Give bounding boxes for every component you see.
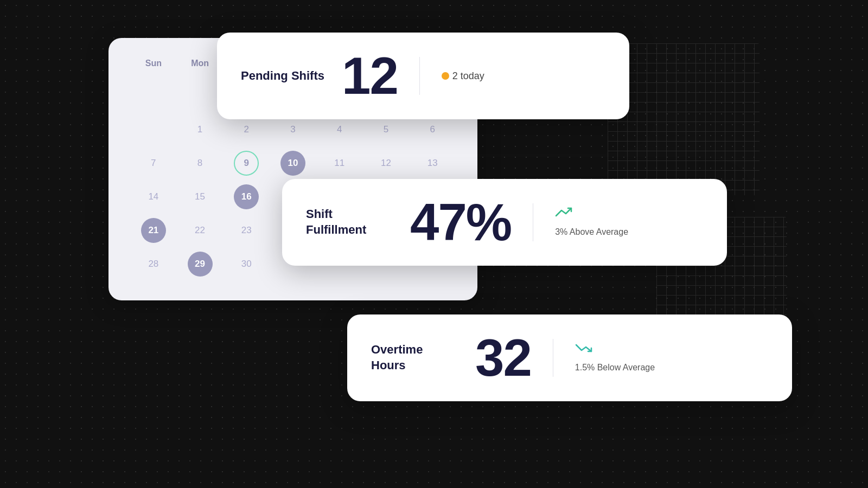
orange-dot-icon: [442, 72, 449, 80]
overtime-trend-label: 1.5% Below Average: [575, 362, 655, 374]
fulfillment-value: 47%: [410, 196, 511, 248]
cal-13: 13: [409, 149, 456, 178]
main-scene: Sun Mon Tue Wed Thu Fri Sat 1 2 3 4 5 6: [108, 22, 760, 466]
trend-down-icon: [575, 342, 592, 358]
cal-23: 23: [223, 216, 270, 245]
cal-15: 15: [177, 182, 224, 211]
overtime-value: 32: [475, 332, 531, 384]
cal-9-today: 9: [234, 151, 259, 176]
shift-fulfillment-card: Shift Fulfillment 47% 3% Above Average: [282, 179, 727, 266]
pending-shifts-value: 12: [342, 50, 398, 102]
cal-empty: [130, 115, 177, 144]
pending-today-label: 2 today: [452, 70, 484, 82]
fulfillment-trend-label: 3% Above Average: [555, 226, 628, 238]
overtime-label: Overtime Hours: [371, 342, 458, 373]
cal-6: 6: [409, 115, 456, 144]
cal-30: 30: [223, 249, 270, 279]
day-sun: Sun: [130, 54, 177, 73]
divider: [553, 339, 553, 377]
cal-21: 21: [141, 218, 166, 243]
cal-5: 5: [363, 115, 410, 144]
overtime-hours-card: Overtime Hours 32 1.5% Below Average: [347, 314, 792, 401]
cal-empty: [130, 81, 177, 111]
cal-7: 7: [130, 149, 177, 178]
cal-22: 22: [177, 216, 224, 245]
cal-1: 1: [177, 115, 224, 144]
cal-28: 28: [130, 249, 177, 279]
cal-4: 4: [316, 115, 363, 144]
trend-up-icon: [555, 206, 572, 223]
day-mon: Mon: [177, 54, 224, 73]
cal-3: 3: [270, 115, 316, 144]
fulfillment-meta: 3% Above Average: [555, 206, 628, 238]
cal-14: 14: [130, 182, 177, 211]
divider: [419, 57, 420, 95]
cal-11: 11: [316, 149, 363, 178]
cal-10: 10: [280, 151, 305, 176]
cal-29: 29: [188, 252, 213, 277]
pending-shifts-card: Pending Shifts 12 2 today: [217, 33, 629, 119]
cal-2: 2: [223, 115, 270, 144]
cal-empty: [177, 81, 224, 111]
pending-shifts-label: Pending Shifts: [241, 68, 324, 84]
overtime-meta: 1.5% Below Average: [575, 342, 655, 374]
fulfillment-label: Shift Fulfillment: [306, 207, 393, 237]
cal-8: 8: [177, 149, 224, 178]
cal-12: 12: [363, 149, 410, 178]
divider: [533, 203, 533, 241]
pending-shifts-meta: 2 today: [442, 70, 484, 82]
cal-16: 16: [234, 184, 259, 209]
